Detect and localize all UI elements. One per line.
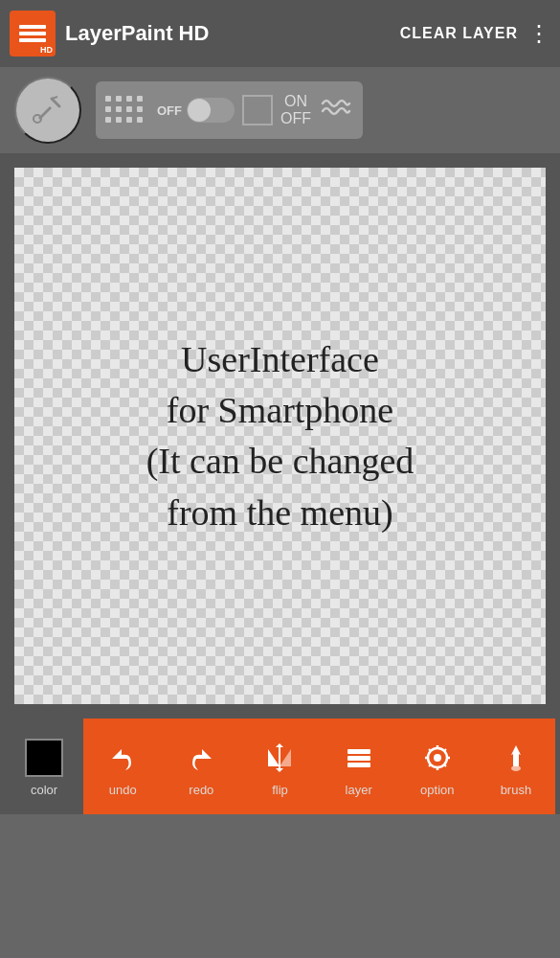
redo-label: redo <box>189 783 213 797</box>
svg-marker-3 <box>268 749 280 766</box>
app-icon-wrapper: HD <box>10 11 56 57</box>
app-title: LayerPaint HD <box>65 21 209 46</box>
app-logo-area: HD LayerPaint HD <box>10 11 209 57</box>
toggle-off-label: OFF <box>157 103 182 118</box>
layer-button[interactable]: layer <box>320 718 398 814</box>
svg-point-20 <box>434 754 441 762</box>
color-icon <box>23 737 65 779</box>
bottom-bar: color undo redo flip <box>0 718 560 814</box>
toggle-switch-area[interactable]: OFF <box>157 98 235 123</box>
redo-button[interactable]: redo <box>162 718 240 814</box>
toolbar-row: OFF ON OFF <box>0 67 560 153</box>
on-label: ON <box>284 93 307 110</box>
flip-label: flip <box>272 783 288 797</box>
eyedropper-icon <box>31 93 65 127</box>
color-button[interactable]: color <box>5 718 83 814</box>
controls-panel: OFF ON OFF <box>96 81 363 139</box>
dots-grid <box>105 96 145 125</box>
option-icon <box>416 737 459 779</box>
svg-rect-9 <box>347 756 370 761</box>
hd-label: HD <box>40 45 53 55</box>
top-right: CLEAR LAYER ⋮ <box>400 20 550 47</box>
svg-rect-10 <box>347 763 370 767</box>
flip-button[interactable]: flip <box>240 718 319 814</box>
toggle-thumb <box>188 99 211 122</box>
flip-icon <box>258 737 301 779</box>
off2-label: OFF <box>280 110 311 127</box>
svg-rect-22 <box>513 753 519 766</box>
svg-marker-7 <box>276 768 283 772</box>
canvas-text: UserInterface for Smartphone (It can be … <box>146 334 414 538</box>
on-off-toggle[interactable]: ON OFF <box>280 93 311 127</box>
canvas-text-line4: from the menu) <box>146 487 414 537</box>
top-bar: HD LayerPaint HD CLEAR LAYER ⋮ <box>0 0 560 67</box>
toggle-track[interactable] <box>187 98 235 123</box>
wavy-icon[interactable] <box>319 90 353 131</box>
brush-label: brush <box>501 783 532 797</box>
eyedropper-button[interactable] <box>14 77 81 144</box>
more-menu-button[interactable]: ⋮ <box>527 20 550 47</box>
svg-marker-4 <box>280 749 291 766</box>
canvas-text-line2: for Smartphone <box>146 385 414 436</box>
svg-rect-8 <box>347 749 370 754</box>
svg-line-18 <box>444 749 446 751</box>
brush-icon <box>495 737 537 779</box>
undo-icon <box>101 737 144 779</box>
redo-icon <box>180 737 222 779</box>
canvas[interactable]: UserInterface for Smartphone (It can be … <box>14 168 546 704</box>
clear-layer-button[interactable]: CLEAR LAYER <box>400 25 518 42</box>
canvas-text-line3: (It can be changed <box>146 436 414 487</box>
toolbar-color-swatch[interactable] <box>242 95 273 125</box>
svg-point-23 <box>511 765 521 771</box>
canvas-area: UserInterface for Smartphone (It can be … <box>0 153 560 718</box>
svg-line-0 <box>52 99 59 106</box>
option-label: option <box>420 783 454 797</box>
color-label: color <box>31 783 57 797</box>
color-swatch-icon <box>25 739 63 777</box>
undo-button[interactable]: undo <box>83 718 162 814</box>
svg-line-2 <box>52 97 57 99</box>
svg-line-16 <box>429 749 431 751</box>
layer-label: layer <box>346 783 372 797</box>
undo-label: undo <box>109 783 137 797</box>
app-icon: HD <box>10 11 56 57</box>
svg-marker-6 <box>276 743 283 747</box>
brush-button[interactable]: brush <box>477 718 555 814</box>
canvas-text-line1: UserInterface <box>146 334 414 385</box>
option-button[interactable]: option <box>398 718 477 814</box>
layer-icon <box>338 737 380 779</box>
svg-line-17 <box>444 764 446 766</box>
svg-line-19 <box>429 764 431 766</box>
